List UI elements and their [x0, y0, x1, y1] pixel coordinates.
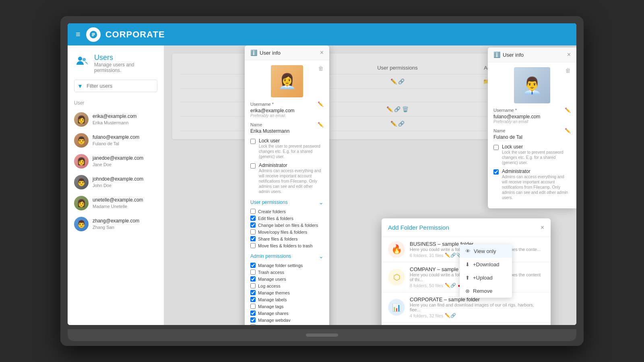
administrator-checkbox[interactable] — [250, 163, 256, 169]
avatar: 👨 — [74, 175, 89, 189]
manage-tags-checkbox[interactable] — [250, 304, 256, 309]
list-item[interactable]: 👨 fulano@example.com Fulano de Tal — [68, 130, 164, 151]
user-name: Zhang San — [93, 224, 139, 230]
edit-files-checkbox[interactable] — [250, 216, 256, 221]
list-item[interactable]: 👨 johndoe@example.com John Doe — [68, 172, 164, 193]
top-nav: ≡ CORPORATE — [68, 23, 576, 45]
share-files-checkbox[interactable] — [250, 236, 256, 241]
laptop-screen: ≡ CORPORATE — [68, 23, 576, 325]
avatar: 👩 — [74, 154, 89, 169]
download-label: +Download — [473, 261, 499, 267]
right-username-label: Username * — [493, 108, 517, 113]
user-email: zhang@example.com — [93, 218, 139, 224]
log-access-checkbox[interactable] — [250, 283, 256, 288]
list-item[interactable]: 👩 janedoe@example.com Jane Doe — [68, 151, 164, 172]
filter-icon: ▼ — [77, 83, 83, 89]
sidebar-header: Users Manage users and permissions. — [68, 53, 164, 80]
manage-webdav-checkbox[interactable] — [250, 317, 256, 323]
context-menu-item-remove[interactable]: ⊗ Remove — [460, 284, 512, 298]
sidebar-header-text: Users Manage users and permissions. — [94, 53, 156, 73]
folder-logo-business: 🔥 — [388, 241, 405, 258]
right-name-field: Name ✏️ Fulano de Tal — [493, 128, 571, 140]
right-user-info-panel: ℹ️ User info × 👨‍💼 🗑 — [488, 47, 576, 208]
user-info-modal: ℹ️ User info × 👩‍💼 🗑 — [245, 45, 329, 325]
perm-item: Edit files & folders — [250, 216, 324, 221]
modal-close-button[interactable]: × — [320, 49, 324, 56]
trash-access-checkbox[interactable] — [250, 269, 256, 275]
manage-folder-settings-checkbox[interactable] — [250, 263, 256, 268]
move-copy-checkbox[interactable] — [250, 229, 256, 234]
folder-info: CORPORATE – sample folder Here you can f… — [410, 296, 544, 318]
user-permissions-toggle[interactable]: ⌄ — [319, 199, 324, 206]
lock-user-checkbox-row: Lock user Lock the user to prevent passw… — [250, 138, 324, 159]
user-permissions-title: User permissions — [250, 200, 288, 205]
right-lock-user-desc: Lock the user to prevent password change… — [502, 150, 571, 165]
change-label-checkbox[interactable] — [250, 222, 256, 228]
folder-logo-corporate: 📊 — [388, 299, 405, 316]
name-field: Name ✏️ Erika Mustermann — [250, 122, 324, 134]
app-title: CORPORATE — [105, 29, 165, 40]
lock-user-checkbox[interactable] — [250, 139, 256, 144]
right-username-field: Username * ✏️ fulano@example.com Prefera… — [493, 107, 571, 124]
filter-input[interactable] — [74, 80, 157, 92]
edit-username-icon[interactable]: ✏️ — [318, 101, 324, 107]
lock-user-desc: Lock the user to prevent password change… — [259, 144, 324, 159]
svg-point-2 — [83, 58, 86, 61]
perm-item: Manage pages — [250, 324, 324, 325]
manage-labels-checkbox[interactable] — [250, 297, 256, 302]
list-item[interactable]: 👩 erika@example.com Erika Mustermann — [68, 109, 164, 130]
right-administrator-label: Administrator — [502, 169, 571, 174]
sidebar: Users Manage users and permissions. ▼ Us… — [68, 45, 164, 325]
list-item[interactable]: 👩 unetelle@example.com Madame Unetelle — [68, 193, 164, 214]
context-menu-item-upload[interactable]: ⬆ +Upload — [460, 271, 512, 284]
move-trash-checkbox[interactable] — [250, 243, 256, 248]
username-hint: Preferably an email. — [250, 113, 324, 118]
right-name-label: Name — [493, 128, 505, 133]
perm-item: Manage webdav — [250, 317, 324, 323]
hamburger-icon[interactable]: ≡ — [76, 30, 80, 39]
right-name-value: Fulano de Tal — [493, 134, 571, 140]
user-email: janedoe@example.com — [93, 155, 143, 162]
add-folder-modal-close[interactable]: × — [541, 224, 544, 231]
download-icon: ⬇ — [465, 261, 470, 267]
avatar: 👩 — [74, 112, 89, 127]
manage-themes-checkbox[interactable] — [250, 290, 256, 295]
right-username-hint: Preferably an email — [493, 119, 571, 124]
right-lock-user-checkbox[interactable] — [493, 145, 499, 150]
folder-list-item[interactable]: ▲ FILECAMP – sample folder 8 folders, 22… — [382, 323, 551, 325]
delete-photo-icon[interactable]: 🗑 — [318, 65, 324, 72]
right-administrator-checkbox[interactable] — [493, 169, 499, 175]
user-permissions-list: Create folders Edit files & folders Chan… — [250, 209, 324, 248]
create-folders-checkbox[interactable] — [250, 209, 256, 214]
edit-name-icon[interactable]: ✏️ — [318, 122, 324, 128]
user-permissions-section: User permissions ⌄ — [250, 199, 324, 206]
manage-shares-checkbox[interactable] — [250, 311, 256, 316]
folder-logo-company: ⬡ — [388, 269, 405, 286]
perm-item: Trash access — [250, 269, 324, 275]
perm-item: Manage labels — [250, 297, 324, 302]
perm-item: Move/copy files & folders — [250, 229, 324, 234]
info-icon: ℹ️ — [250, 49, 257, 56]
admin-permissions-section: Admin permissions ⌄ — [250, 253, 324, 259]
modal-title: User info — [260, 50, 281, 56]
lock-user-label: Lock user — [259, 138, 324, 144]
right-panel-title: User info — [503, 52, 524, 58]
context-menu-item-view-only[interactable]: 👁 View only — [460, 245, 512, 258]
manage-users-checkbox[interactable] — [250, 276, 256, 282]
upload-icon: ⬆ — [465, 275, 470, 281]
administrator-label: Administrator — [259, 162, 324, 168]
list-item[interactable]: 👨 zhang@example.com Zhang San — [68, 214, 164, 234]
name-label: Name — [250, 122, 262, 127]
user-email: unetelle@example.com — [93, 197, 143, 204]
edit-name-icon[interactable]: ✏️ — [565, 128, 571, 134]
context-menu-item-download[interactable]: ⬇ +Download — [460, 258, 512, 271]
admin-permissions-list: Manage folder settings Trash access Mana… — [250, 263, 324, 325]
modal-body: 👩‍💼 🗑 Username * ✏️ erika@example.com — [245, 60, 329, 325]
edit-username-icon[interactable]: ✏️ — [565, 107, 571, 113]
right-panel-close[interactable]: × — [567, 51, 571, 58]
manage-pages-checkbox[interactable] — [250, 324, 256, 325]
admin-permissions-toggle[interactable]: ⌄ — [319, 253, 324, 259]
folder-desc: Here you can find and download images of… — [410, 302, 544, 312]
user-name: Jane Doe — [93, 162, 143, 167]
delete-photo-icon[interactable]: 🗑 — [565, 67, 571, 74]
